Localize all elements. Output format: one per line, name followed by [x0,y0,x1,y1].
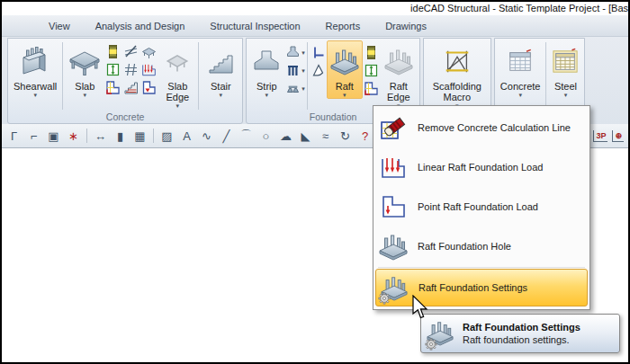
menu-item-label: Point Raft Foundation Load [418,201,538,212]
squiggle-icon[interactable]: ≈ [316,127,335,145]
chevron-down-icon: ▾ [176,102,180,109]
line-icon[interactable]: ╱ [217,127,236,145]
tooltip-description: Raft foundation settings. [463,333,580,346]
mesh-tool-button[interactable] [122,61,140,78]
slab-edge-label: Slab Edge [162,81,193,102]
grid-icon[interactable]: ▦ [130,127,149,145]
mouse-cursor-icon [412,295,430,320]
steel-design-button[interactable]: Steel ▾ [548,40,582,99]
slab-point-load-button[interactable] [140,79,158,96]
chevron-down-icon: ▾ [220,92,223,98]
slab-region-button[interactable] [104,79,122,96]
scaffolding-macro-label: Scaffolding Macro [429,81,485,102]
menu-item-label: Remove Concrete Calculation Line [418,122,571,133]
raft-edge-button[interactable]: Raft Edge ▾ [380,40,418,110]
slab-button[interactable]: Slab ▾ [65,40,104,99]
gear-icon [425,338,437,351]
corner-line-icon[interactable]: ⌐ [24,127,43,145]
chevron-down-icon: ▾ [84,92,87,98]
measure-icon[interactable]: ? [356,127,374,145]
divider [545,42,546,110]
text-icon[interactable]: A [177,127,196,145]
ribbon-group-concrete: Shearwall ▾ Slab ▾ [7,38,243,124]
shearwall-icon [19,41,51,81]
rotate-icon[interactable]: ↻ [336,127,355,145]
scaffolding-macro-button[interactable]: Scaffolding Macro ▾ [426,40,489,110]
chevron-down-icon: ▾ [266,92,269,98]
tab-analysis-and-design[interactable]: Analysis and Design [95,21,185,31]
cloud-icon[interactable]: ☁ [276,127,295,145]
tab-drawings[interactable]: Drawings [385,21,427,31]
stair-button[interactable]: Stair ▾ [201,40,240,99]
raft-column-button[interactable] [363,44,380,61]
chevron-down-icon[interactable]: ▾ [302,85,305,92]
gear-icon [378,292,391,305]
raft-edge-label: Raft Edge [383,81,414,102]
arc-icon[interactable]: ⌒ [237,127,256,145]
menu-item-raft-foundation-hole[interactable]: Raft Foundation Hole [375,226,588,266]
ramp-icon[interactable]: ◣ [296,127,315,145]
foundation-edge-column [310,43,327,79]
shearwall-button[interactable]: Shearwall ▾ [10,40,60,99]
slab-edge-button[interactable]: Slab Edge ▾ [158,40,196,110]
stair-label: Stair [211,81,231,92]
foundation-outline-button[interactable] [310,62,327,79]
divider [198,42,199,110]
chevron-down-icon: ▾ [518,92,522,98]
shearwall-label: Shearwall [14,81,57,92]
steel-design-label: Steel [554,81,577,92]
polyline-icon[interactable]: Γ [4,127,23,145]
slab-load-button[interactable] [140,61,158,78]
slab-label: Slab [75,81,94,92]
chevron-down-icon: ▾ [33,92,37,98]
raft-button[interactable]: Raft ▾ [327,40,363,99]
chevron-down-icon[interactable]: ▾ [302,49,305,56]
concrete-design-icon [507,41,534,81]
menu-item-remove-concrete-calculation-line[interactable]: Remove Concrete Calculation Line [375,108,588,147]
combined-footing-button[interactable] [284,80,302,97]
slab-direction-button[interactable] [104,61,122,78]
tab-view[interactable]: View [49,21,70,31]
concrete-design-button[interactable]: Concrete ▾ [497,40,544,99]
stair-section-button[interactable] [122,79,140,96]
tooltip-title: Raft Foundation Settings [463,321,580,333]
ribbon-tab-row: View Analysis and Design Structural Insp… [2,15,628,37]
book-icon[interactable]: ▮ [111,127,130,145]
raft-settings-icon [427,319,455,348]
image-icon[interactable]: ▨ [158,127,176,145]
single-footing-button[interactable] [284,44,302,61]
menu-item-label: Raft Foundation Hole [418,241,511,252]
menu-item-point-raft-foundation-load[interactable]: Point Raft Foundation Load [375,187,588,226]
pile-foundation-button[interactable] [284,62,302,79]
panel-tool-button[interactable] [140,43,158,60]
strip-button[interactable]: Strip ▾ [248,40,284,99]
menu-item-raft-foundation-settings[interactable]: Raft Foundation Settings [375,269,588,306]
strip-icon [252,41,281,81]
group-label-concrete: Concrete [8,111,242,123]
dimension-icon[interactable]: ↔ [91,127,110,145]
raft-mini-column [363,43,380,97]
magic-wand-icon[interactable]: ∗ [64,127,83,145]
circle-icon[interactable]: ○ [256,127,275,145]
foundation-corner-button[interactable] [310,44,327,61]
raft-direction-button[interactable] [363,62,380,79]
menu-item-linear-raft-foundation-load[interactable]: Linear Raft Foundation Load [375,147,588,187]
tab-reports[interactable]: Reports [326,21,361,31]
center-snap-icon[interactable]: ⊕ [612,130,624,142]
point-load-icon [379,192,408,221]
raft-settings-tooltip: Raft Foundation Settings Raft foundation… [420,314,620,353]
raft-dropdown-menu: Remove Concrete Calculation Line Linear … [373,105,590,310]
tab-structural-inspection[interactable]: Structural Inspection [210,21,300,31]
divider [307,42,308,110]
column-tool-button[interactable] [104,43,122,60]
beam-tool-button[interactable] [122,43,140,60]
selection-frame-icon[interactable]: ▣ [44,127,63,145]
spline-icon[interactable]: ∿ [197,127,216,145]
raft-settings-icon [380,273,409,302]
divider [153,129,154,143]
slab-edge-icon [166,41,189,81]
raft-icon [330,41,359,81]
raft-region-button[interactable] [363,80,380,97]
three-point-icon[interactable]: 3P [593,130,608,142]
chevron-down-icon[interactable]: ▾ [302,67,305,74]
